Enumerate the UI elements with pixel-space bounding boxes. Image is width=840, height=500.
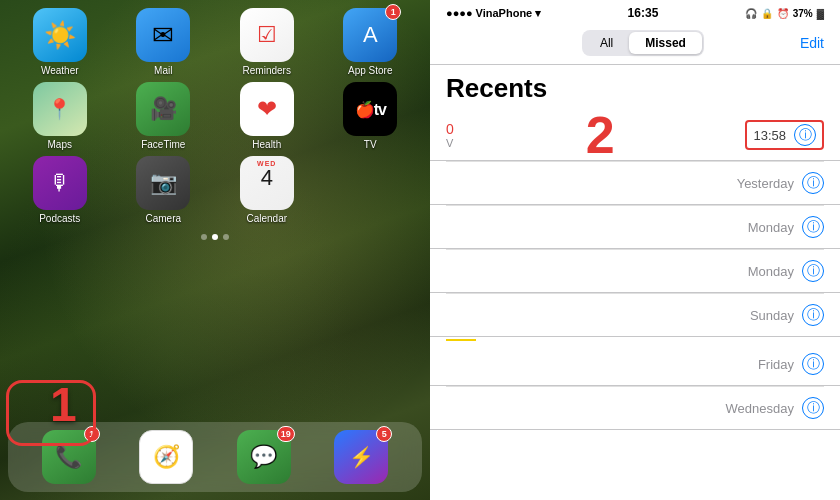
appstore-badge: 1 [385,4,401,20]
safari-icon: 🧭 [139,430,193,484]
dock-safari[interactable]: 🧭 [126,430,206,484]
app-health[interactable]: ❤ Health [227,82,307,150]
page-dots [8,234,422,240]
app-row-3: 🎙 Podcasts 📷 Camera WED 4 Calendar [8,156,422,224]
dot-2 [212,234,218,240]
placeholder-icon [343,156,397,210]
status-left: ●●●● VinaPhone ▾ [446,7,541,20]
app-tv[interactable]: 🍎tv TV [330,82,410,150]
app-appstore[interactable]: A 1 App Store [330,8,410,76]
weather-icon: ☀️ [33,8,87,62]
app-dock: 📞 1 🧭 💬 19 ⚡ 5 [8,422,422,492]
call-time-0: 13:58 [753,128,786,143]
call-item-1[interactable]: Yesterday ⓘ [430,162,840,205]
facetime-label: FaceTime [141,139,185,150]
recents-title-bar: Recents [430,65,840,110]
health-icon: ❤ [240,82,294,136]
iphone-homescreen: ☀️ Weather ✉ Mail ☑ Reminders A 1 App St… [0,0,430,500]
appstore-icon: A 1 [343,8,397,62]
lock-icon: 🔒 [761,8,773,19]
call-time-highlight: 13:58 ⓘ [745,120,824,150]
app-reminders[interactable]: ☑ Reminders [227,8,307,76]
call-day-5: Friday [758,357,794,372]
wifi-icon: ▾ [535,7,541,20]
health-label: Health [252,139,281,150]
calendar-icon: WED 4 [240,156,294,210]
mail-label: Mail [154,65,172,76]
camera-icon: 📷 [136,156,190,210]
call-item-5[interactable]: Friday ⓘ [430,343,840,386]
maps-icon: 📍 [33,82,87,136]
app-calendar[interactable]: WED 4 Calendar [227,156,307,224]
call-item-2[interactable]: Monday ⓘ [430,206,840,249]
step-2-number: 2 [586,110,615,165]
signal-bars: ●●●● [446,7,473,19]
facetime-icon: 🎥 [136,82,190,136]
battery-text: 37% [793,8,813,19]
dot-3 [223,234,229,240]
weather-label: Weather [41,65,79,76]
dock-phone[interactable]: 📞 1 [29,430,109,484]
step-1-number: 1 [50,377,77,432]
appstore-label: App Store [348,65,392,76]
camera-label: Camera [145,213,181,224]
status-time: 16:35 [628,6,659,20]
reminders-icon: ☑ [240,8,294,62]
call-day-1: Yesterday [737,176,794,191]
info-button-2[interactable]: ⓘ [802,216,824,238]
headphone-icon: 🎧 [745,8,757,19]
call-item-4[interactable]: Sunday ⓘ [430,294,840,337]
app-camera[interactable]: 📷 Camera [123,156,203,224]
call-day-4: Sunday [750,308,794,323]
app-maps[interactable]: 📍 Maps [20,82,100,150]
segment-all[interactable]: All [584,32,629,54]
messenger-badge: 5 [376,426,392,442]
carrier-name: VinaPhone [476,7,533,19]
call-day-2: Monday [748,220,794,235]
info-button-6[interactable]: ⓘ [802,397,824,419]
nav-bar: All Missed Edit [430,24,840,65]
status-bar: ●●●● VinaPhone ▾ 16:35 🎧 🔒 ⏰ 37% ▓ [430,0,840,24]
info-button-1[interactable]: ⓘ [802,172,824,194]
app-row-1: ☀️ Weather ✉ Mail ☑ Reminders A 1 App St… [8,8,422,76]
podcasts-label: Podcasts [39,213,80,224]
calendar-date: 4 [261,167,273,189]
dock-messages[interactable]: 💬 19 [224,430,304,484]
recents-screen: ●●●● VinaPhone ▾ 16:35 🎧 🔒 ⏰ 37% ▓ All M… [430,0,840,500]
call-item-3[interactable]: Monday ⓘ [430,250,840,293]
mail-icon: ✉ [136,8,190,62]
info-button-5[interactable]: ⓘ [802,353,824,375]
podcasts-icon: 🎙 [33,156,87,210]
maps-label: Maps [48,139,72,150]
tv-icon: 🍎tv [343,82,397,136]
messages-icon: 💬 19 [237,430,291,484]
dock-messenger[interactable]: ⚡ 5 [321,430,401,484]
app-facetime[interactable]: 🎥 FaceTime [123,82,203,150]
call-day-6: Wednesday [726,401,794,416]
call-item-0[interactable]: 0 V 2 13:58 ⓘ [430,110,840,161]
segment-missed[interactable]: Missed [629,32,702,54]
tv-label: TV [364,139,377,150]
info-button-3[interactable]: ⓘ [802,260,824,282]
call-list: 0 V 2 13:58 ⓘ Yesterday ⓘ Monday ⓘ [430,110,840,500]
status-right: 🎧 🔒 ⏰ 37% ▓ [745,8,824,19]
app-weather[interactable]: ☀️ Weather [20,8,100,76]
app-row-2: 📍 Maps 🎥 FaceTime ❤ Health 🍎tv [8,82,422,150]
phone-icon: 📞 1 [42,430,96,484]
alarm-icon: ⏰ [777,8,789,19]
call-item-6[interactable]: Wednesday ⓘ [430,387,840,430]
dot-1 [201,234,207,240]
messenger-icon: ⚡ 5 [334,430,388,484]
recents-heading: Recents [446,73,824,104]
phone-badge: 1 [84,426,100,442]
reminders-label: Reminders [243,65,291,76]
info-button-0[interactable]: ⓘ [794,124,816,146]
app-placeholder [330,156,410,224]
info-button-4[interactable]: ⓘ [802,304,824,326]
app-mail[interactable]: ✉ Mail [123,8,203,76]
edit-button[interactable]: Edit [800,35,824,51]
app-podcasts[interactable]: 🎙 Podcasts [20,156,100,224]
calendar-label: Calendar [246,213,287,224]
call-day-3: Monday [748,264,794,279]
messages-badge: 19 [277,426,295,442]
